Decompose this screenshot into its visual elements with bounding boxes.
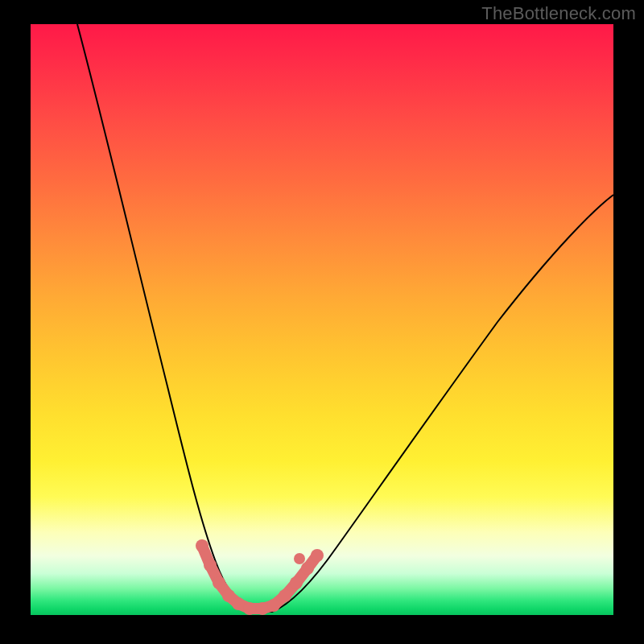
chart-frame: TheBottleneck.com [0,0,644,644]
marker-dot [294,553,305,564]
marker-dot [243,602,256,615]
marker-dot [301,562,314,575]
bottleneck-curve [77,24,613,612]
valley-markers [196,539,324,615]
marker-dot [232,597,245,610]
marker-dot [196,539,208,552]
watermark-text: TheBottleneck.com [481,3,636,24]
bottleneck-curve-svg [31,24,613,615]
marker-dot [279,589,291,602]
marker-dot [267,599,280,612]
plot-area [31,24,613,615]
marker-dot [213,576,225,589]
marker-dot [204,559,217,572]
marker-dot [256,602,269,615]
marker-dot [311,549,324,562]
marker-dot [290,576,303,589]
